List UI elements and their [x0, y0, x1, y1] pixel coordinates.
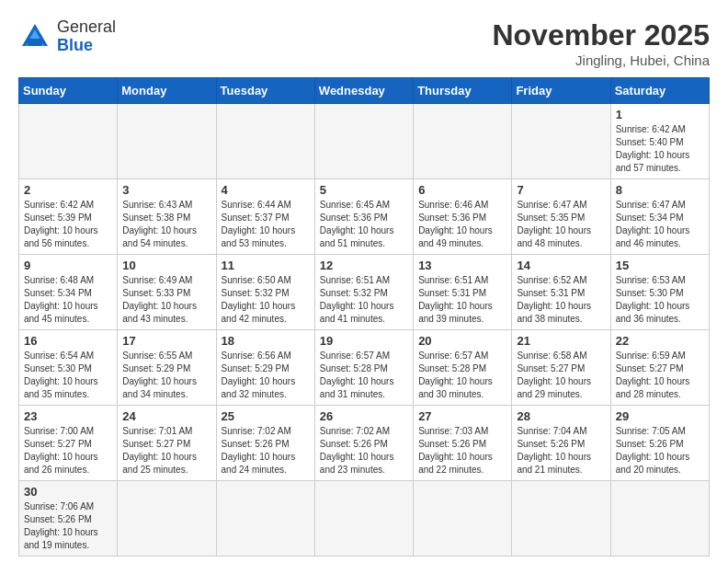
- svg-rect-2: [28, 39, 42, 46]
- day-number: 18: [222, 334, 310, 348]
- calendar-cell: 14Sunrise: 6:52 AMSunset: 5:31 PMDayligh…: [512, 255, 610, 330]
- weekday-header-friday: Friday: [512, 78, 610, 104]
- calendar-cell: [314, 481, 413, 557]
- day-number: 5: [320, 183, 408, 197]
- day-number: 15: [616, 259, 704, 272]
- calendar-cell: 10Sunrise: 6:49 AMSunset: 5:33 PMDayligh…: [118, 255, 216, 330]
- day-info: Sunrise: 6:46 AMSunset: 5:36 PMDaylight:…: [418, 199, 506, 250]
- day-number: 25: [222, 409, 310, 423]
- calendar-cell: 11Sunrise: 6:50 AMSunset: 5:32 PMDayligh…: [216, 255, 314, 330]
- weekday-header-monday: Monday: [118, 78, 216, 104]
- calendar-cell: [512, 104, 610, 179]
- calendar-cell: 30Sunrise: 7:06 AMSunset: 5:26 PMDayligh…: [19, 481, 118, 557]
- day-info: Sunrise: 6:47 AMSunset: 5:35 PMDaylight:…: [517, 199, 605, 250]
- calendar-cell: [19, 104, 118, 179]
- day-info: Sunrise: 6:49 AMSunset: 5:33 PMDaylight:…: [122, 274, 210, 326]
- day-number: 6: [418, 183, 506, 197]
- calendar-cell: 13Sunrise: 6:51 AMSunset: 5:31 PMDayligh…: [414, 255, 512, 330]
- calendar-cell: [414, 481, 512, 557]
- day-number: 8: [616, 183, 704, 197]
- day-number: 24: [122, 409, 210, 423]
- calendar-cell: 9Sunrise: 6:48 AMSunset: 5:34 PMDaylight…: [19, 255, 118, 330]
- day-info: Sunrise: 6:50 AMSunset: 5:32 PMDaylight:…: [222, 274, 310, 326]
- calendar-cell: 24Sunrise: 7:01 AMSunset: 5:27 PMDayligh…: [118, 406, 216, 481]
- day-info: Sunrise: 6:57 AMSunset: 5:28 PMDaylight:…: [418, 350, 506, 401]
- calendar-cell: 8Sunrise: 6:47 AMSunset: 5:34 PMDaylight…: [610, 179, 709, 255]
- calendar-week-1: 2Sunrise: 6:42 AMSunset: 5:39 PMDaylight…: [19, 179, 710, 255]
- day-info: Sunrise: 6:42 AMSunset: 5:39 PMDaylight:…: [24, 199, 112, 250]
- day-info: Sunrise: 6:48 AMSunset: 5:34 PMDaylight:…: [24, 274, 112, 326]
- calendar-cell: 22Sunrise: 6:59 AMSunset: 5:27 PMDayligh…: [610, 330, 709, 406]
- logo-blue: Blue: [57, 36, 93, 54]
- calendar-week-2: 9Sunrise: 6:48 AMSunset: 5:34 PMDaylight…: [19, 255, 710, 330]
- day-info: Sunrise: 7:02 AMSunset: 5:26 PMDaylight:…: [320, 425, 408, 477]
- calendar-cell: 12Sunrise: 6:51 AMSunset: 5:32 PMDayligh…: [314, 255, 413, 330]
- day-number: 29: [616, 409, 704, 423]
- day-info: Sunrise: 6:42 AMSunset: 5:40 PMDaylight:…: [616, 123, 704, 175]
- calendar-cell: 16Sunrise: 6:54 AMSunset: 5:30 PMDayligh…: [19, 330, 118, 406]
- calendar-cell: 2Sunrise: 6:42 AMSunset: 5:39 PMDaylight…: [19, 179, 118, 255]
- day-info: Sunrise: 6:52 AMSunset: 5:31 PMDaylight:…: [517, 274, 605, 326]
- calendar-cell: 6Sunrise: 6:46 AMSunset: 5:36 PMDaylight…: [414, 179, 512, 255]
- calendar-table: SundayMondayTuesdayWednesdayThursdayFrid…: [18, 77, 710, 557]
- calendar-cell: [610, 481, 709, 557]
- day-number: 7: [517, 183, 605, 197]
- location: Jingling, Hubei, China: [492, 52, 710, 68]
- calendar-cell: [216, 481, 314, 557]
- day-number: 12: [320, 259, 408, 272]
- day-info: Sunrise: 6:47 AMSunset: 5:34 PMDaylight:…: [616, 199, 704, 250]
- calendar-body: 1Sunrise: 6:42 AMSunset: 5:40 PMDaylight…: [19, 104, 710, 557]
- day-info: Sunrise: 6:43 AMSunset: 5:38 PMDaylight:…: [122, 199, 210, 250]
- day-info: Sunrise: 7:00 AMSunset: 5:27 PMDaylight:…: [24, 425, 112, 477]
- day-info: Sunrise: 6:51 AMSunset: 5:31 PMDaylight:…: [418, 274, 506, 326]
- calendar-cell: 28Sunrise: 7:04 AMSunset: 5:26 PMDayligh…: [512, 406, 610, 481]
- page-header: General Blue November 2025 Jingling, Hub…: [18, 18, 710, 68]
- calendar-cell: 15Sunrise: 6:53 AMSunset: 5:30 PMDayligh…: [610, 255, 709, 330]
- day-info: Sunrise: 7:03 AMSunset: 5:26 PMDaylight:…: [418, 425, 506, 477]
- day-number: 2: [24, 183, 112, 197]
- day-number: 21: [517, 334, 605, 348]
- calendar-cell: 4Sunrise: 6:44 AMSunset: 5:37 PMDaylight…: [216, 179, 314, 255]
- day-info: Sunrise: 6:44 AMSunset: 5:37 PMDaylight:…: [222, 199, 310, 250]
- day-number: 1: [616, 108, 704, 121]
- calendar-cell: [216, 104, 314, 179]
- day-info: Sunrise: 6:57 AMSunset: 5:28 PMDaylight:…: [320, 350, 408, 401]
- calendar-cell: [118, 104, 216, 179]
- calendar-cell: 3Sunrise: 6:43 AMSunset: 5:38 PMDaylight…: [118, 179, 216, 255]
- day-info: Sunrise: 6:59 AMSunset: 5:27 PMDaylight:…: [616, 350, 704, 401]
- day-info: Sunrise: 7:04 AMSunset: 5:26 PMDaylight:…: [517, 425, 605, 477]
- day-number: 14: [517, 259, 605, 272]
- day-info: Sunrise: 7:06 AMSunset: 5:26 PMDaylight:…: [24, 500, 112, 552]
- calendar-cell: 23Sunrise: 7:00 AMSunset: 5:27 PMDayligh…: [19, 406, 118, 481]
- day-number: 19: [320, 334, 408, 348]
- day-number: 26: [320, 409, 408, 423]
- day-info: Sunrise: 6:58 AMSunset: 5:27 PMDaylight:…: [517, 350, 605, 401]
- day-info: Sunrise: 7:02 AMSunset: 5:26 PMDaylight:…: [222, 425, 310, 477]
- calendar-cell: 7Sunrise: 6:47 AMSunset: 5:35 PMDaylight…: [512, 179, 610, 255]
- calendar-cell: [118, 481, 216, 557]
- month-title: November 2025: [492, 18, 710, 52]
- calendar-cell: 25Sunrise: 7:02 AMSunset: 5:26 PMDayligh…: [216, 406, 314, 481]
- calendar-cell: 19Sunrise: 6:57 AMSunset: 5:28 PMDayligh…: [314, 330, 413, 406]
- weekday-header-sunday: Sunday: [19, 78, 118, 104]
- calendar-cell: 20Sunrise: 6:57 AMSunset: 5:28 PMDayligh…: [414, 330, 512, 406]
- calendar-cell: [414, 104, 512, 179]
- calendar-cell: 17Sunrise: 6:55 AMSunset: 5:29 PMDayligh…: [118, 330, 216, 406]
- calendar-week-5: 30Sunrise: 7:06 AMSunset: 5:26 PMDayligh…: [19, 481, 710, 557]
- logo-icon: [18, 20, 51, 53]
- day-info: Sunrise: 7:05 AMSunset: 5:26 PMDaylight:…: [616, 425, 704, 477]
- day-number: 16: [24, 334, 112, 348]
- day-number: 13: [418, 259, 506, 272]
- calendar-cell: 26Sunrise: 7:02 AMSunset: 5:26 PMDayligh…: [314, 406, 413, 481]
- weekday-header-wednesday: Wednesday: [314, 78, 413, 104]
- day-info: Sunrise: 6:55 AMSunset: 5:29 PMDaylight:…: [122, 350, 210, 401]
- day-number: 17: [122, 334, 210, 348]
- calendar-cell: [314, 104, 413, 179]
- calendar-week-4: 23Sunrise: 7:00 AMSunset: 5:27 PMDayligh…: [19, 406, 710, 481]
- day-info: Sunrise: 6:51 AMSunset: 5:32 PMDaylight:…: [320, 274, 408, 326]
- day-number: 11: [222, 259, 310, 272]
- weekday-header-saturday: Saturday: [610, 78, 709, 104]
- calendar-cell: [512, 481, 610, 557]
- calendar-cell: 27Sunrise: 7:03 AMSunset: 5:26 PMDayligh…: [414, 406, 512, 481]
- day-number: 20: [418, 334, 506, 348]
